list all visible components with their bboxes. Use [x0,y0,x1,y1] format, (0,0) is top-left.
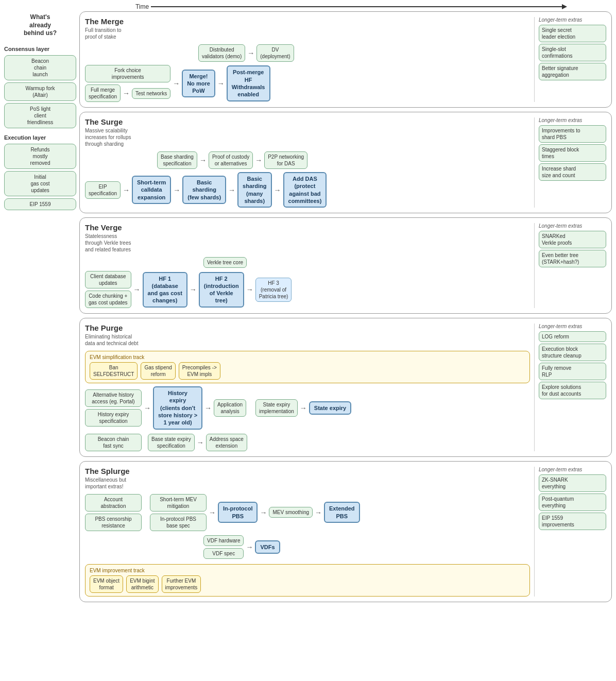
merge-subtitle: Full transition toproof of stake [85,27,167,40]
surge-extras: Longer-term extras Improvements toshard … [534,117,606,208]
sidebar-consensus-label: Consensus layer [4,46,76,52]
gas-stipend-reform: Gas stipendreform [141,362,175,380]
basic-sharding-few: Basicsharding(few shards) [182,176,226,204]
splurge-extra-1: ZK-SNARKeverything [539,474,606,492]
pbs-censorship-resistance: PBS censorshipresistance [85,514,142,531]
sidebar-gas-cost: Initialgas costupdates [4,171,76,196]
slarrow1: → [209,508,216,517]
distributed-validators-demo: Distributedvalidators (demo) [198,44,245,62]
state-expiry-impl: State expiryimplementation [255,399,298,417]
evm-improvement-title: EVM improvement track [90,568,525,573]
splurge-main: The Splurge Miscellaneous butimportant e… [85,467,530,597]
sidebar-eip1559: EIP 1559 [4,198,76,210]
evm-improvement-track: EVM improvement track EVM objectformat E… [85,564,530,597]
purge-title: The Purge [85,324,530,332]
verkle-tree-core: Verkle tree core [203,257,247,268]
history-expiry-box: Historyexpiry(clients don'tstore history… [153,386,202,429]
in-protocol-pbs: In-protocolPBS [218,502,258,523]
evm-simplification-track: EVM simplification track BanSELFDESTRUCT… [85,351,530,383]
page-container: Time What'salreadybehind us? Consensus l… [0,0,616,602]
surge-extra-3: Increase shardsize and count [539,163,606,181]
account-abstraction: Accountabstraction [85,494,142,512]
slarrow4: → [246,543,253,551]
vdf-spec: VDF spec [203,548,244,559]
precompiles-evm: Precompiles ->EVM impls [179,362,220,380]
verge-extra-1: SNARKedVerkle proofs [539,231,606,248]
full-merge-specification: Full mergespecification [85,84,121,102]
address-space-ext: Address spaceextension [206,434,247,451]
splurge-extras-title: Longer-term extras [539,467,606,472]
purge-extra-3: Fully removeRLP [539,363,606,380]
sarrow6: → [274,186,281,194]
surge-extra-2: Staggered blocktimes [539,144,606,162]
base-state-expiry-spec: Base state expiryspecification [148,434,195,451]
evm-simplification-title: EVM simplification track [90,354,525,360]
mev-smoothing: MEV smoothing [269,507,313,518]
slarrow2: → [260,508,267,517]
post-merge-hf: Post-mergeHFWithdrawalsenabled [227,65,270,101]
fork-choice-improvements: Fork choiceimprovements [85,65,170,82]
time-header: Time [0,0,616,11]
merge-extra-1: Single secretleader election [539,25,606,42]
merge-box: Merge!No morePoW [182,70,215,98]
varrow2: → [190,285,197,294]
splurge-title: The Splurge [85,467,530,475]
hf3: HF 3(removal ofPatricia tree) [255,278,292,302]
purge-extra-4: Explore solutionsfor dust accounts [539,382,606,399]
p2p-networking: P2P networkingfor DAS [264,151,307,169]
splurge-extra-3: EIP 1559improvements [539,513,606,530]
basic-sharding-many: Basicsharding(manyshards) [237,172,271,208]
base-sharding-spec: Base shardingspecification [157,151,197,169]
sidebar-refunds: Refundsmostlyremoved [4,144,76,169]
arrow2: → [123,89,130,97]
time-arrow-line [151,6,563,7]
verge-extras-title: Longer-term extras [539,223,606,229]
surge-extras-title: Longer-term extras [539,117,606,123]
short-term-mev: Short-term MEVmitigation [150,494,207,512]
parrow3: → [300,404,307,412]
verge-extras: Longer-term extras SNARKedVerkle proofs … [534,223,606,308]
splurge-extra-2: Post-quantumeverything [539,493,606,511]
test-networks: Test networks [132,88,170,99]
sarrow4: → [173,186,180,194]
sarrow5: → [228,186,235,194]
time-label: Time [135,3,149,10]
splurge-extras: Longer-term extras ZK-SNARKeverything Po… [534,467,606,597]
sidebar: What'salreadybehind us? Consensus layer … [4,11,76,602]
further-evm: Further EVMimprovements [162,575,201,593]
eip-specification: EIPspecification [85,181,121,199]
history-expiry-spec: History expiryspecification [85,409,142,427]
surge-section: The Surge Massive scalabilityincreases f… [79,112,612,213]
ban-selfdestruct: BanSELFDESTRUCT [90,362,138,380]
verge-section: The Verge Statelessnessthrough Verkle tr… [79,217,612,314]
surge-main: The Surge Massive scalabilityincreases f… [85,117,530,208]
parrow2: → [204,404,212,412]
sarrow2: → [255,156,262,164]
purge-main: The Purge Eliminating historicaldata and… [85,324,530,451]
merge-section: The Merge Full transition toproof of sta… [79,11,612,108]
hf1: HF 1(databaseand gas costchanges) [143,272,187,308]
alt-history-access: Alternative historyaccess (eg. Portal) [85,389,142,407]
purge-section: The Purge Eliminating historicaldata and… [79,318,612,456]
evm-bigint: EVM bigintarithmetic [126,575,158,593]
short-term-calldata: Short-termcalldataexpansion [132,176,171,204]
time-arrow [151,4,563,10]
purge-extra-2: Execution blockstructure cleanup [539,344,606,361]
merge-extra-3: Better signatureaggregation [539,63,606,80]
merge-main: The Merge Full transition toproof of sta… [85,17,530,102]
evm-object-format: EVM objectformat [90,575,123,593]
sidebar-title: What'salreadybehind us? [4,13,76,38]
beacon-fast-sync: Beacon chainfast sync [85,434,142,451]
state-expiry-box: State expiry [309,401,351,415]
merge-extra-2: Single-slotconfirmations [539,44,606,61]
content-area: The Merge Full transition toproof of sta… [79,11,612,602]
merge-extras-title: Longer-term extras [539,17,606,23]
extended-pbs: ExtendedPBS [324,502,360,523]
parrow1: → [144,404,151,412]
surge-extra-1: Improvements toshard PBS [539,125,606,143]
merge-title: The Merge [85,17,530,26]
app-analysis: Applicationanalysis [214,399,246,417]
proof-of-custody: Proof of custodyor alternatives [209,151,253,169]
purge-extras-title: Longer-term extras [539,324,606,329]
purge-subtitle: Eliminating historicaldata and technical… [85,333,167,347]
